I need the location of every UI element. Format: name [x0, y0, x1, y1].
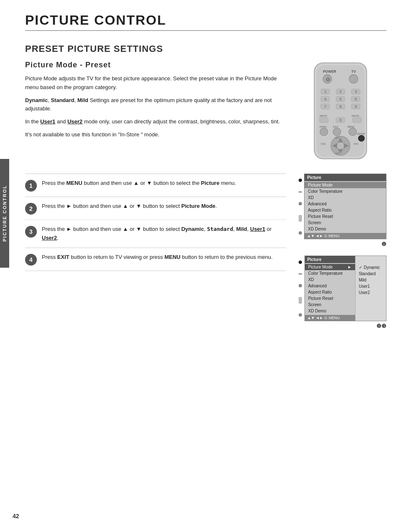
svg-text:TV: TV — [351, 69, 356, 74]
menu-item-xd: XD — [304, 194, 386, 201]
menu-2-aspect-ratio: Aspect Ratio — [305, 289, 355, 295]
menu-1-panel: Picture Picture Mode Color Temperature X… — [304, 174, 386, 239]
menu-2-panel: Picture Picture Mode► Color Temperature … — [305, 256, 355, 321]
body-para-1: Picture Mode adjusts the TV for the best… — [25, 74, 286, 92]
svg-point-38 — [358, 135, 365, 141]
remote-control-image: POWER TV ⏻ 1 2 3 4 5 6 — [299, 61, 382, 161]
submenu-user1: User1 — [356, 283, 386, 289]
step-2-number: 2 — [25, 203, 37, 215]
svg-text:MENU: MENU — [348, 125, 355, 128]
step-4-text: Press EXIT button to return to TV viewin… — [42, 253, 273, 262]
menu-2-xd: XD — [305, 276, 355, 283]
indicator-line — [299, 192, 302, 192]
menu-screenshot-1: Picture Picture Mode Color Temperature X… — [299, 174, 386, 239]
menu-2-annotation: ❷❸ — [376, 323, 386, 329]
svg-text:7: 7 — [324, 105, 326, 109]
svg-text:CH: CH — [335, 152, 339, 155]
svg-text:VOL: VOL — [321, 142, 326, 145]
svg-point-34 — [333, 128, 341, 136]
menu-2-items: Picture Mode► Color Temperature XD Advan… — [305, 263, 355, 315]
svg-text:⏻: ⏻ — [326, 77, 330, 82]
svg-point-44 — [337, 142, 344, 149]
submenu-panel: Dynamic Standard Mild User1 User2 — [355, 256, 386, 321]
step-1-number: 1 — [25, 180, 37, 192]
svg-point-36 — [349, 128, 357, 136]
step-3-number: 3 — [25, 226, 37, 238]
menu-1-title: Picture — [304, 174, 386, 181]
menu-1-items: Picture Mode Color Temperature XD Advanc… — [304, 181, 386, 233]
menu-item-picture-mode: Picture Mode — [304, 182, 386, 188]
svg-point-32 — [320, 128, 328, 136]
body-para-2: Dynamic, Standard, Mild Settings are pre… — [25, 96, 286, 114]
menu-item-xd-demo: XD Demo — [304, 226, 386, 232]
submenu-dynamic: Dynamic — [356, 264, 386, 271]
indicator-a — [299, 261, 302, 264]
step-3-text: Press the ► button and then use ▲ or ▼ b… — [42, 225, 286, 243]
svg-text:9: 9 — [355, 105, 357, 109]
indicator-1 — [299, 179, 302, 182]
submenu-standard: Standard — [356, 271, 386, 277]
scroll-thumb-2 — [299, 297, 302, 304]
svg-text:6: 6 — [355, 97, 357, 101]
svg-text:3: 3 — [355, 90, 357, 94]
menu-1-bottom: ▲▼ ◄► ⊙ MENU — [304, 233, 386, 239]
submenu-mild: Mild — [356, 277, 386, 283]
scroll-thumb — [299, 215, 302, 222]
body-para-4: It's not available to use this function … — [25, 130, 286, 139]
section-title: PRESET PICTURE SETTINGS — [25, 43, 386, 54]
indicator-b — [299, 284, 302, 287]
menu-item-advanced: Advanced — [304, 201, 386, 207]
page-title: PICTURE CONTROL — [25, 13, 386, 31]
indicator-2 — [299, 202, 302, 205]
menu-2-advanced: Advanced — [305, 283, 355, 289]
menu-2-xd-demo: XD Demo — [305, 308, 355, 314]
menu-item-aspect-ratio-1: Aspect Ratio — [304, 207, 386, 213]
menu-1-indicators — [299, 174, 303, 239]
step-2: 2 Press the ► button and then use ▲ or ▼… — [25, 197, 286, 220]
svg-text:POWER: POWER — [323, 69, 336, 74]
indicator-3 — [299, 231, 302, 235]
svg-text:MUTE: MUTE — [352, 114, 359, 117]
menu-2-picture-mode: Picture Mode► — [305, 264, 355, 270]
step-4-number: 4 — [25, 254, 37, 266]
menu-1-annotation: ❶ — [381, 241, 386, 247]
menu-2-picture-reset: Picture Reset — [305, 295, 355, 302]
subsection-title: Picture Mode - Preset — [25, 61, 286, 69]
side-tab-label: PICTURE CONTROL — [2, 185, 7, 242]
step-3: 3 Press the ► button and then use ▲ or ▼… — [25, 220, 286, 248]
menu-item-color-temp: Color Temperature — [304, 188, 386, 194]
svg-text:VOL: VOL — [353, 142, 359, 145]
step-2-text: Press the ► button and then use ▲ or ▼ b… — [42, 202, 217, 211]
menu-item-screen: Screen — [304, 220, 386, 226]
step-1-text: Press the MENU button and then use ▲ or … — [42, 179, 236, 188]
svg-text:CH: CH — [335, 136, 339, 139]
menu-2-title: Picture — [305, 256, 355, 263]
indicator-line-2 — [299, 274, 302, 274]
svg-text:1: 1 — [324, 90, 326, 94]
step-4: 4 Press EXIT button to return to TV view… — [25, 248, 286, 271]
svg-text:8: 8 — [340, 105, 342, 109]
submenu-user2: User2 — [356, 289, 386, 296]
svg-text:ENTER: ENTER — [357, 133, 365, 135]
svg-text:5: 5 — [340, 97, 342, 101]
svg-point-6 — [349, 74, 358, 83]
side-tab: PICTURE CONTROL — [0, 159, 9, 268]
menu-2-screen: Screen — [305, 302, 355, 308]
svg-text:RATIO: RATIO — [320, 125, 327, 128]
page-number: 42 — [13, 513, 19, 519]
menu-2-bottom: ▲▼ ◄► ⊙ MENU — [305, 315, 355, 321]
step-1: 1 Press the MENU button and then use ▲ o… — [25, 174, 286, 197]
menu-screenshot-2: Picture Picture Mode► Color Temperature … — [299, 256, 386, 321]
svg-text:INPUT: INPUT — [320, 114, 327, 117]
indicator-c — [299, 313, 302, 317]
svg-rect-26 — [320, 118, 328, 123]
body-para-3: In the User1 and User2 mode only, user c… — [25, 118, 286, 126]
menu-2-color-temp: Color Temperature — [305, 270, 355, 276]
svg-text:0: 0 — [340, 118, 342, 122]
menu-2-indicators — [299, 256, 304, 321]
svg-rect-29 — [353, 118, 361, 123]
svg-text:EXIT: EXIT — [333, 125, 338, 128]
svg-text:2: 2 — [340, 90, 342, 94]
svg-text:4: 4 — [324, 97, 326, 101]
menu-item-picture-reset: Picture Reset — [304, 213, 386, 220]
